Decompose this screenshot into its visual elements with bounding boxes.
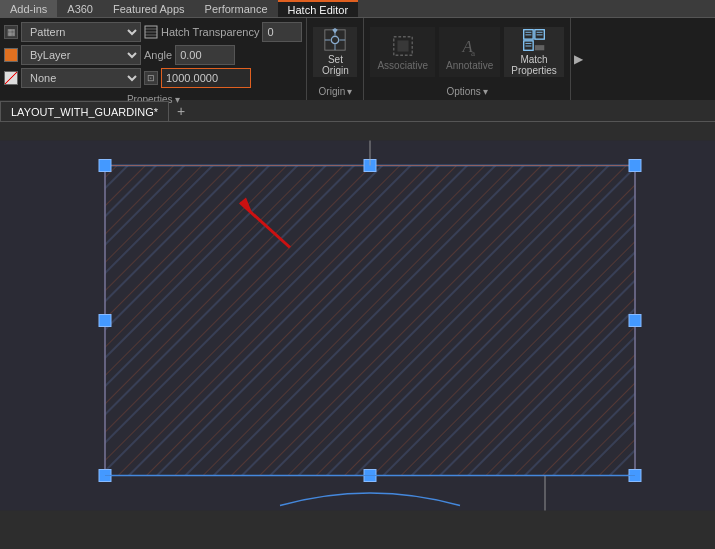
match-properties-button[interactable]: MatchProperties bbox=[504, 27, 564, 77]
svg-rect-15 bbox=[524, 30, 533, 39]
tab-bar: LAYOUT_WITH_GUARDING* + bbox=[0, 100, 715, 122]
associative-label: Associative bbox=[377, 60, 428, 71]
annotative-icon: A a bbox=[458, 34, 482, 58]
svg-rect-37 bbox=[99, 315, 111, 327]
annotative-label: Annotative bbox=[446, 60, 493, 71]
scale-icon: ⊡ bbox=[144, 71, 158, 85]
set-origin-label: SetOrigin bbox=[322, 54, 349, 76]
hatch-transparency-label: Hatch Transparency bbox=[161, 26, 259, 38]
svg-marker-10 bbox=[333, 28, 339, 34]
menu-hatch-editor[interactable]: Hatch Editor bbox=[278, 0, 359, 17]
set-origin-button[interactable]: SetOrigin bbox=[313, 27, 357, 77]
menu-add-ins[interactable]: Add-ins bbox=[0, 0, 57, 17]
ribbon: ▦ Pattern Hatch Transparency 0 ByLayer A… bbox=[0, 18, 715, 100]
scale-input[interactable]: 1000.0000 bbox=[161, 68, 251, 88]
transparency-input[interactable]: 0 bbox=[262, 22, 302, 42]
menu-a360[interactable]: A360 bbox=[57, 0, 103, 17]
svg-point-5 bbox=[332, 36, 339, 43]
options-footer[interactable]: Options ▾ bbox=[370, 82, 563, 100]
bylayer-icon bbox=[4, 48, 18, 62]
ribbon-overflow[interactable]: ▶ bbox=[571, 18, 587, 100]
svg-rect-18 bbox=[535, 30, 544, 39]
svg-rect-28 bbox=[105, 166, 635, 476]
layout-tab[interactable]: LAYOUT_WITH_GUARDING* bbox=[0, 101, 169, 121]
annotative-button[interactable]: A a Annotative bbox=[439, 27, 500, 77]
canvas-area[interactable] bbox=[0, 122, 715, 529]
svg-rect-32 bbox=[629, 160, 641, 172]
svg-rect-38 bbox=[629, 315, 641, 327]
pattern-select[interactable]: Pattern bbox=[21, 22, 141, 42]
associative-button[interactable]: Associative bbox=[370, 27, 435, 77]
match-properties-label: MatchProperties bbox=[511, 54, 557, 76]
svg-rect-31 bbox=[99, 160, 111, 172]
linetype-select[interactable]: None bbox=[21, 68, 141, 88]
associative-icon bbox=[391, 34, 415, 58]
pattern-icon: ▦ bbox=[4, 25, 18, 39]
match-properties-icon bbox=[522, 28, 546, 52]
menu-bar: Add-ins A360 Featured Apps Performance H… bbox=[0, 0, 715, 18]
hatch-icon bbox=[144, 25, 158, 39]
svg-rect-21 bbox=[524, 41, 533, 50]
angle-input[interactable]: 0.00 bbox=[175, 45, 235, 65]
svg-marker-24 bbox=[535, 45, 544, 50]
drawing-canvas bbox=[0, 122, 715, 529]
none-icon bbox=[4, 71, 18, 85]
svg-text:a: a bbox=[471, 48, 475, 58]
svg-rect-12 bbox=[397, 40, 408, 51]
menu-performance[interactable]: Performance bbox=[195, 0, 278, 17]
origin-footer[interactable]: Origin ▾ bbox=[313, 82, 357, 100]
bylayer-select[interactable]: ByLayer bbox=[21, 45, 141, 65]
angle-label: Angle bbox=[144, 49, 172, 61]
new-tab-button[interactable]: + bbox=[171, 101, 191, 121]
set-origin-icon bbox=[323, 28, 347, 52]
menu-featured-apps[interactable]: Featured Apps bbox=[103, 0, 195, 17]
